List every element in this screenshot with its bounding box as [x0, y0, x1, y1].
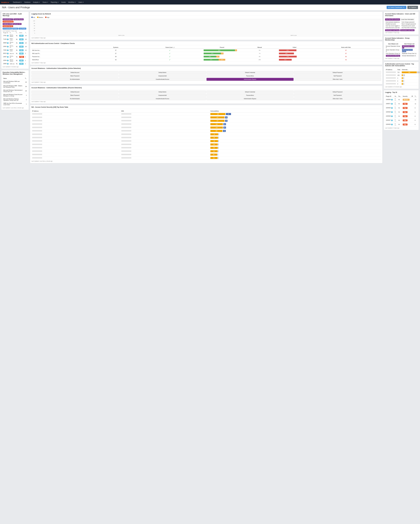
ac-table-row[interactable]: 112 48	[31, 122, 381, 126]
auth-cell-other-auth[interactable]: Other Auth. Vulns	[294, 78, 381, 81]
ac-table-row[interactable]: 70	[31, 133, 381, 136]
passive-cell-passwordless[interactable]: Passwordless	[207, 94, 294, 97]
subnet-table-row[interactable]: 129	[385, 74, 420, 77]
info-icon[interactable]: i	[7, 35, 9, 36]
cis-table-row[interactable]: 72684 i Enum... Users W... Info 16	[3, 48, 27, 52]
cis-table-row[interactable]: 10902 i Micros... W... W... Info 18	[3, 45, 27, 48]
nav-solutions[interactable]: Solutions	[23, 0, 32, 5]
vuln-table-row[interactable]: Microsoft Windows SAM user enumeration 1…	[3, 80, 27, 84]
ac-table-row[interactable]: 69	[31, 136, 381, 140]
vuln-table-row[interactable]: Microsoft Windows SMB : Obtains the Pass…	[3, 85, 27, 89]
info-icon[interactable]: i	[391, 124, 393, 125]
passive-cell-default-account[interactable]: Default Account	[31, 90, 118, 93]
cis-table-row[interactable]: 17651 i Micros... Windo... W... Info 19	[3, 34, 27, 38]
nav-scans[interactable]: Scans ▼	[41, 0, 49, 5]
tag-inactive-user[interactable]: Inactive User Ac	[3, 25, 13, 27]
auth-cell-auth-bypass[interactable]: Authentication Bypass	[207, 78, 294, 81]
log-table-row[interactable]: 1004927 i 1.Er... N/ High 6	[385, 118, 417, 122]
passive-cell-other-auth[interactable]: Other Auth. Vulns	[294, 97, 381, 100]
info-icon[interactable]: i	[391, 111, 393, 113]
passive-cell-null-password[interactable]: Null Password	[294, 94, 381, 97]
passive-cell-unpassworded[interactable]: Unpassworded	[119, 94, 206, 97]
passive-cell-blank-password[interactable]: Blank Password	[31, 94, 118, 97]
ac-table-row[interactable]: 112 48	[31, 126, 381, 129]
info-icon[interactable]: i	[391, 120, 393, 121]
group-table-row[interactable]: Print Operators Group Us Replicator Grou…	[385, 52, 417, 55]
auth-cell-unauth-access[interactable]: Unauthenticated Access	[119, 78, 206, 81]
ac-table-row[interactable]: 108 51	[31, 129, 381, 133]
passive-cell-default-password[interactable]: Default Password	[294, 90, 381, 93]
vuln-table-row[interactable]: Microsoft Windows Guest Account Belongs …	[3, 93, 27, 97]
auth-cell-default-admin[interactable]: Default Admin	[119, 71, 206, 74]
auth-cell-passwordless[interactable]: Passwordless	[207, 74, 294, 77]
tag-local-user-info[interactable]: Local User Information	[401, 18, 414, 20]
auth-cell-no-auth[interactable]: No Authentication	[31, 78, 118, 81]
info-icon[interactable]: i	[391, 99, 393, 101]
log-table-row[interactable]: 1000569 i 4.Er... N/ Medium 13	[385, 98, 417, 102]
ac-table-row[interactable]: 69	[31, 140, 381, 143]
compliance-table-row[interactable]: NIA Least Pri... 57 ✓ 47% 7% 7% 48% 57	[31, 52, 381, 55]
subnet-table-row[interactable]: 3	[385, 82, 420, 85]
ac-table-row[interactable]: 64	[31, 156, 381, 160]
nav-users[interactable]: Users ▼	[77, 0, 85, 5]
tag-enumerate-local-users[interactable]: Enumerate Local Users	[400, 29, 414, 31]
tag-iptables[interactable]: IPtables	[12, 28, 18, 30]
nav-analysis[interactable]: Analysis ▼	[32, 0, 42, 5]
auth-cell-null-password[interactable]: Null Password	[294, 74, 381, 77]
group-table-row[interactable]: Guest Account Belongs Domain Administrat…	[385, 55, 417, 57]
log-table-row[interactable]: 1004928 i 1.Er... N/ High 6	[385, 114, 417, 118]
nav-assets[interactable]: Assets	[60, 0, 67, 5]
switch-dashboard-button[interactable]: ⊞ Switch Dashboard ▼	[386, 6, 406, 9]
cis-table-row[interactable]: 10907 i Micros... W... W... High 1	[3, 55, 27, 59]
ac-table-row[interactable]: 66	[31, 143, 381, 146]
log-table-row[interactable]: 1004926 i 1.Er... N/ High 6	[385, 122, 417, 127]
auth-cell-default-credential[interactable]: Default Credential	[207, 71, 294, 74]
compliance-table-row[interactable]: NIA User Acc... 57 ✓ 85% 6% 6% 56% 57	[31, 49, 381, 52]
info-icon[interactable]: i	[391, 115, 393, 117]
auth-cell-blank-password[interactable]: Blank Password	[31, 74, 118, 77]
log-table-row[interactable]: 1000571 i 4.Er... N/ High 11	[385, 102, 417, 106]
cis-table-row[interactable]: 10860 i SMB Use W... Info 1	[3, 62, 27, 65]
nav-workflow[interactable]: Workflow ▼	[67, 0, 77, 5]
ac-table-row[interactable]: 135 92	[31, 113, 381, 116]
cis-table-row[interactable]: 71246 i Enum... Local... W... Info 18	[3, 38, 27, 41]
tag-review-results[interactable]: Review Results	[14, 18, 24, 20]
ac-table-row[interactable]: 66	[31, 146, 381, 149]
ac-table-row[interactable]: 127 45	[31, 119, 381, 122]
cis-table-row[interactable]: 60019 i Mac OS M... Info 2	[3, 52, 27, 55]
subnet-table-row[interactable]: 4	[385, 80, 420, 82]
options-button[interactable]: ⚙ Options	[407, 6, 418, 9]
vuln-table-row[interactable]: SMB Use Host SID to Enumerate Local User…	[3, 102, 27, 106]
nav-dashboard[interactable]: Dashboard ▼	[12, 0, 23, 5]
info-icon[interactable]: i	[7, 60, 9, 61]
tag-host-sid[interactable]: Use Host SID to Enumer	[385, 18, 400, 20]
tag-duplicate-uid[interactable]: Duplicate UID	[3, 23, 12, 25]
passive-cell-default-admin[interactable]: Default Admin	[119, 90, 206, 93]
info-icon[interactable]: i	[7, 56, 9, 58]
tag-duplicate-gid[interactable]: Duplicate GID	[12, 23, 22, 25]
passive-cell-no-auth[interactable]: No Authentication	[31, 97, 118, 100]
subnet-table-row[interactable]: 713 432	[385, 71, 420, 74]
info-icon[interactable]: i	[7, 46, 9, 47]
subnet-table-row[interactable]: 3	[385, 77, 420, 80]
info-icon[interactable]: i	[7, 63, 9, 65]
tag-unsupported-os[interactable]: Unsupported OS	[3, 21, 14, 23]
auth-cell-default-account[interactable]: Default Account	[31, 71, 118, 74]
info-icon[interactable]: i	[7, 49, 9, 51]
passive-cell-auth-bypass[interactable]: Authentication Bypass	[207, 97, 294, 100]
tag-log-rotate[interactable]: Log Rotate	[19, 28, 26, 30]
info-icon[interactable]: i	[7, 39, 9, 40]
info-icon[interactable]: i	[391, 103, 393, 105]
info-icon[interactable]: i	[7, 53, 9, 54]
log-table-row[interactable]: 1004930 i 1.Er... N/ High 6	[385, 106, 417, 110]
nav-reporting[interactable]: Reporting ▼	[50, 0, 60, 5]
group-table-row[interactable]: Server Operators Group U Backup Operator…	[385, 49, 417, 52]
cis-table-row[interactable]: 38689 i Micros... W... W... Info 18	[3, 41, 27, 45]
auth-cell-default-password[interactable]: Default Password	[294, 71, 381, 74]
ac-table-row[interactable]: 127 45	[31, 116, 381, 119]
ac-table-row[interactable]: 65	[31, 149, 381, 153]
info-icon[interactable]: i	[7, 42, 9, 44]
vuln-table-row[interactable]: Microsoft Windows 'Administrators' Group…	[3, 89, 27, 93]
tag-ip-forwarding[interactable]: IP Forwarding	[3, 28, 12, 30]
vuln-table-row[interactable]: Microsoft Windows 'Backup Operators' Gro…	[3, 98, 27, 102]
